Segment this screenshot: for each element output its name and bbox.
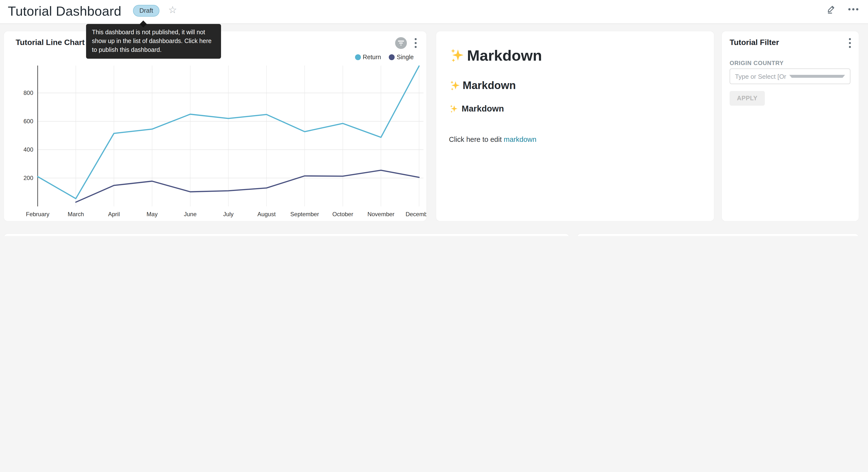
svg-text:August: August [257,211,276,217]
chevron-down-icon [789,75,845,78]
svg-text:July: July [223,211,234,217]
markdown-footer: Click here to edit markdown [449,136,704,143]
sparkles-icon [449,48,466,64]
edit-markdown-link[interactable]: markdown [504,136,536,143]
table-panel: Tutorial Table Travel ClassCOUNT(*)SUM(C… [577,234,859,236]
markdown-h3: Markdown [449,104,704,114]
svg-text:April: April [108,211,120,217]
svg-text:600: 600 [24,118,33,124]
pivot-chart-panel: Tutorial Pivot Chart SUM(Cost)Department… [4,234,569,236]
favorite-star-icon[interactable]: ☆ [168,4,177,16]
publish-tooltip: This dashboard is not published, it will… [86,24,221,59]
cross-filter-icon[interactable] [395,37,407,49]
svg-text:800: 800 [24,89,33,96]
apply-button[interactable]: APPLY [730,91,765,106]
origin-country-label: ORIGIN COUNTRY [730,60,784,66]
svg-text:March: March [68,211,84,217]
filter-panel: Tutorial Filter ORIGIN COUNTRY Type or S… [722,31,859,221]
svg-text:February: February [26,211,50,217]
page-title: Tutorial Dashboard [8,4,121,19]
svg-text:October: October [332,211,353,217]
svg-text:400: 400 [24,146,33,153]
top-header: Tutorial Dashboard Draft ☆ [0,0,868,24]
line-chart-panel: Tutorial Line Chart ReturnSingle 2004006… [4,31,427,221]
filter-panel-title: Tutorial Filter [730,38,779,47]
origin-country-select[interactable]: Type or Select [Origin Country] [730,68,850,84]
svg-text:200: 200 [24,175,33,181]
sparkles-icon [449,80,461,92]
svg-text:November: November [368,211,395,217]
svg-text:May: May [147,211,157,217]
svg-text:September: September [290,211,319,217]
more-actions-icon[interactable] [847,4,859,17]
draft-badge[interactable]: Draft [133,5,159,17]
line-chart-title: Tutorial Line Chart [16,38,85,47]
line-chart-menu-icon[interactable] [414,37,417,49]
dashboard-viewport: Tutorial Dashboard Draft ☆ This dashboar… [0,0,868,236]
line-chart-svg[interactable]: 200400600800FebruaryMarchAprilMayJuneJul… [4,59,427,221]
svg-text:December: December [406,211,427,217]
markdown-h2: Markdown [449,79,704,92]
svg-text:June: June [184,211,196,217]
origin-country-placeholder: Type or Select [Origin Country] [735,72,786,80]
markdown-h1: Markdown [449,47,704,65]
edit-dashboard-icon[interactable] [826,4,837,17]
markdown-panel: Markdown Markdown Markdown Click here to… [436,31,714,221]
filter-panel-menu-icon[interactable] [848,37,852,49]
sparkles-icon [449,104,459,114]
